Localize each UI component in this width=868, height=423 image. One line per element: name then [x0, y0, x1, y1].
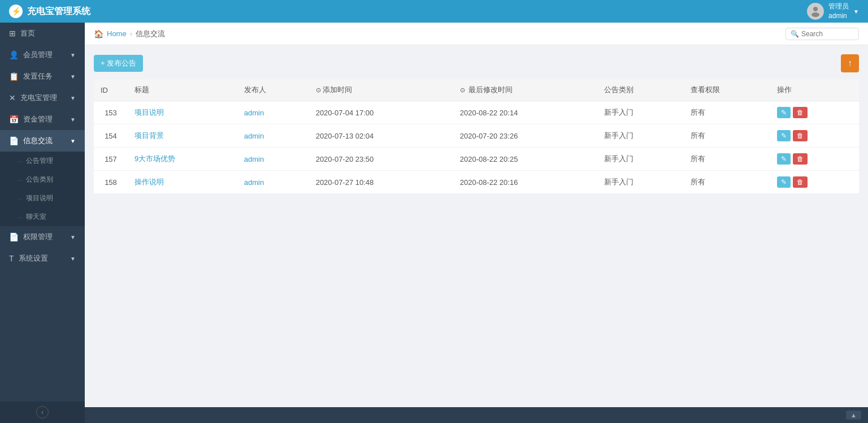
col-add-time: ⊙添加时间: [309, 79, 453, 101]
breadcrumb-separator: ›: [130, 29, 132, 38]
sidebar-item-label: 会员管理: [23, 50, 53, 60]
cell-add-time: 2020-07-27 10:48: [309, 171, 453, 194]
system-icon: T: [9, 254, 14, 263]
search-box[interactable]: 🔍: [785, 28, 859, 40]
home-icon: ⊞: [9, 29, 16, 38]
cell-add-time: 2020-07-20 23:50: [309, 148, 453, 171]
cell-update-time: 2020-07-20 23:26: [453, 124, 597, 148]
cell-add-time: 2020-07-04 17:00: [309, 101, 453, 124]
col-update-time: ⊙ 最后修改时间: [453, 79, 597, 101]
col-view-perm: 查看权限: [684, 79, 770, 101]
chevron-icon: ▼: [70, 138, 76, 144]
cell-actions: ✎ 🗑: [770, 171, 859, 194]
table-row: 158 操作说明 admin 2020-07-27 10:48 2020-08-…: [94, 171, 859, 194]
sidebar-collapse-button[interactable]: ‹: [0, 402, 85, 423]
cell-title[interactable]: 9大市场优势: [128, 148, 237, 171]
cell-author: admin: [237, 171, 309, 194]
table-row: 153 项目说明 admin 2020-07-04 17:00 2020-08-…: [94, 101, 859, 124]
announcements-table: ID 标题 发布人 ⊙添加时间 ⊙ 最后修改时间 公告类别 查看权限 操作 15…: [94, 79, 859, 194]
delete-button[interactable]: 🗑: [793, 107, 808, 118]
sidebar-item-announcement-mgmt[interactable]: 公告管理: [0, 152, 85, 170]
cell-actions: ✎ 🗑: [770, 148, 859, 171]
sidebar-sub-label: 项目说明: [26, 193, 53, 203]
breadcrumb: 🏠 Home › 信息交流: [94, 29, 165, 39]
chevron-icon: ▼: [70, 74, 76, 80]
svg-point-1: [811, 12, 819, 17]
user-role: 管理员: [828, 2, 849, 11]
cell-view-perm: 所有: [684, 148, 770, 171]
brand: ⚡ 充电宝管理系统: [9, 5, 90, 18]
sidebar: ⊞ 首页 👤 会员管理 ▼ 📋 发置任务 ▼ ✕ 充电宝管理 ▼: [0, 23, 85, 423]
member-icon: 👤: [9, 50, 19, 59]
search-input[interactable]: [801, 30, 854, 38]
sidebar-item-label: 系统设置: [19, 253, 48, 264]
cell-id: 157: [94, 148, 128, 171]
sidebar-item-label: 发置任务: [23, 71, 53, 81]
username: admin: [828, 11, 849, 21]
delete-button[interactable]: 🗑: [793, 176, 808, 188]
cell-title[interactable]: 操作说明: [128, 171, 237, 194]
content-area: 🏠 Home › 信息交流 🔍 + 发布公告 ↑: [85, 23, 868, 423]
user-info: 管理员 admin: [828, 2, 849, 21]
finance-icon: 📅: [9, 115, 19, 124]
chevron-icon: ▼: [70, 116, 76, 123]
sidebar-item-system[interactable]: T 系统设置 ▼: [0, 248, 85, 269]
breadcrumb-home-link[interactable]: Home: [107, 29, 127, 38]
cell-update-time: 2020-08-22 20:16: [453, 171, 597, 194]
task-icon: 📋: [9, 72, 19, 81]
cell-id: 153: [94, 101, 128, 124]
content-header: 🏠 Home › 信息交流 🔍: [85, 23, 868, 45]
col-id: ID: [94, 79, 128, 101]
cell-title[interactable]: 项目背景: [128, 124, 237, 148]
corner-action-icon[interactable]: ↑: [841, 54, 859, 72]
brand-icon: ⚡: [9, 5, 23, 18]
toolbar: + 发布公告 ↑: [94, 54, 859, 72]
bottom-bar: ▲: [85, 407, 868, 423]
cell-category: 新手入门: [597, 148, 684, 171]
edit-button[interactable]: ✎: [777, 176, 791, 188]
cell-author: admin: [237, 101, 309, 124]
sidebar-item-charger[interactable]: ✕ 充电宝管理 ▼: [0, 87, 85, 109]
cell-actions: ✎ 🗑: [770, 124, 859, 148]
edit-button[interactable]: ✎: [777, 107, 791, 118]
sidebar-item-project-desc[interactable]: 项目说明: [0, 189, 85, 208]
sidebar-item-member[interactable]: 👤 会员管理 ▼: [0, 44, 85, 66]
sidebar-item-chat[interactable]: 聊天室: [0, 208, 85, 226]
table-row: 157 9大市场优势 admin 2020-07-20 23:50 2020-0…: [94, 148, 859, 171]
sidebar-item-home[interactable]: ⊞ 首页: [0, 23, 85, 44]
breadcrumb-current: 信息交流: [136, 29, 165, 39]
delete-button[interactable]: 🗑: [793, 130, 808, 141]
cell-title[interactable]: 项目说明: [128, 101, 237, 124]
cell-author: admin: [237, 124, 309, 148]
user-menu[interactable]: 管理员 admin ▼: [807, 2, 859, 21]
top-navigation: ⚡ 充电宝管理系统 管理员 admin ▼: [0, 0, 868, 23]
info-icon: 📄: [9, 136, 19, 145]
cell-add-time: 2020-07-13 02:04: [309, 124, 453, 148]
sidebar-sub-label: 公告类别: [26, 175, 53, 184]
sidebar-item-finance[interactable]: 📅 资金管理 ▼: [0, 109, 85, 130]
back-to-top-button[interactable]: ▲: [846, 411, 861, 420]
chevron-icon: ▼: [70, 95, 76, 101]
edit-button[interactable]: ✎: [777, 153, 791, 165]
arrow-up-icon: ▲: [850, 412, 857, 418]
sidebar-item-label: 首页: [20, 28, 35, 38]
delete-button[interactable]: 🗑: [793, 153, 808, 165]
sidebar-sub-label: 聊天室: [26, 212, 46, 222]
cell-id: 154: [94, 124, 128, 148]
sidebar-item-announcement-type[interactable]: 公告类别: [0, 170, 85, 189]
sidebar-submenu-info: 公告管理 公告类别 项目说明 聊天室: [0, 152, 85, 226]
charger-icon: ✕: [9, 93, 16, 102]
app-title: 充电宝管理系统: [27, 6, 90, 18]
sidebar-item-label: 充电宝管理: [20, 93, 57, 103]
arrow-up-icon: ↑: [848, 58, 852, 68]
publish-button[interactable]: + 发布公告: [94, 55, 143, 72]
main-layout: ⊞ 首页 👤 会员管理 ▼ 📋 发置任务 ▼ ✕ 充电宝管理 ▼: [0, 23, 868, 423]
cell-actions: ✎ 🗑: [770, 101, 859, 124]
sidebar-item-permission[interactable]: 📄 权限管理 ▼: [0, 226, 85, 248]
svg-point-0: [813, 7, 818, 11]
sidebar-item-info[interactable]: 📄 信息交流 ▼: [0, 130, 85, 152]
col-title: 标题: [128, 79, 237, 101]
edit-button[interactable]: ✎: [777, 130, 791, 141]
chevron-icon: ▼: [70, 234, 76, 240]
sidebar-item-task[interactable]: 📋 发置任务 ▼: [0, 66, 85, 87]
